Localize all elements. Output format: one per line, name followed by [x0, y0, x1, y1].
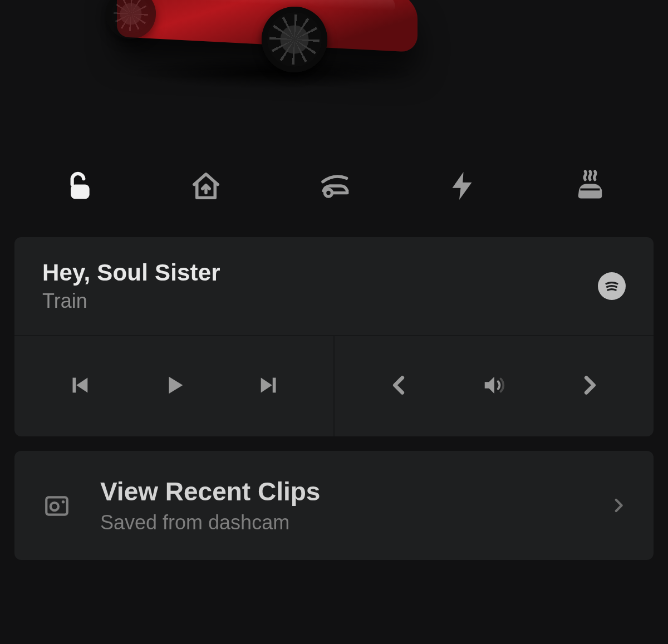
- charge-button[interactable]: [440, 165, 484, 209]
- volume-down-button[interactable]: [380, 367, 419, 406]
- volume-indicator[interactable]: [475, 367, 514, 406]
- play-button[interactable]: [155, 367, 194, 406]
- media-card: Hey, Soul Sister Train: [14, 237, 654, 436]
- unlock-icon: [61, 169, 95, 205]
- media-track-info[interactable]: Hey, Soul Sister Train: [14, 237, 654, 336]
- chevron-right-icon: [577, 372, 602, 400]
- next-track-button[interactable]: [250, 367, 289, 406]
- lock-button[interactable]: [56, 165, 100, 209]
- skip-next-icon: [257, 372, 282, 400]
- climate-button[interactable]: [568, 165, 612, 209]
- track-artist: Train: [42, 289, 220, 313]
- skip-previous-icon: [66, 372, 92, 400]
- chevron-left-icon: [386, 372, 412, 400]
- clips-title: View Recent Clips: [100, 476, 320, 507]
- play-icon: [161, 372, 187, 400]
- media-controls: [14, 336, 654, 436]
- homelink-button[interactable]: [184, 165, 228, 209]
- frunk-button[interactable]: [312, 165, 356, 209]
- track-title: Hey, Soul Sister: [42, 259, 220, 286]
- bolt-icon: [445, 169, 479, 205]
- defrost-icon: [573, 169, 607, 205]
- view-clips-button[interactable]: View Recent Clips Saved from dashcam: [14, 451, 654, 560]
- svg-point-4: [62, 500, 65, 503]
- quick-actions-row: [0, 145, 668, 237]
- svg-point-3: [51, 503, 58, 510]
- svg-rect-0: [71, 184, 90, 199]
- volume-up-button[interactable]: [570, 367, 609, 406]
- camera-icon: [40, 491, 73, 519]
- previous-track-button[interactable]: [60, 367, 99, 406]
- spotify-icon: [598, 272, 626, 300]
- vehicle-render: [0, 0, 668, 145]
- frunk-open-icon: [317, 169, 351, 205]
- home-up-icon: [189, 169, 223, 205]
- chevron-right-icon: [609, 496, 628, 515]
- volume-icon: [482, 372, 507, 400]
- clips-subtitle: Saved from dashcam: [100, 511, 320, 534]
